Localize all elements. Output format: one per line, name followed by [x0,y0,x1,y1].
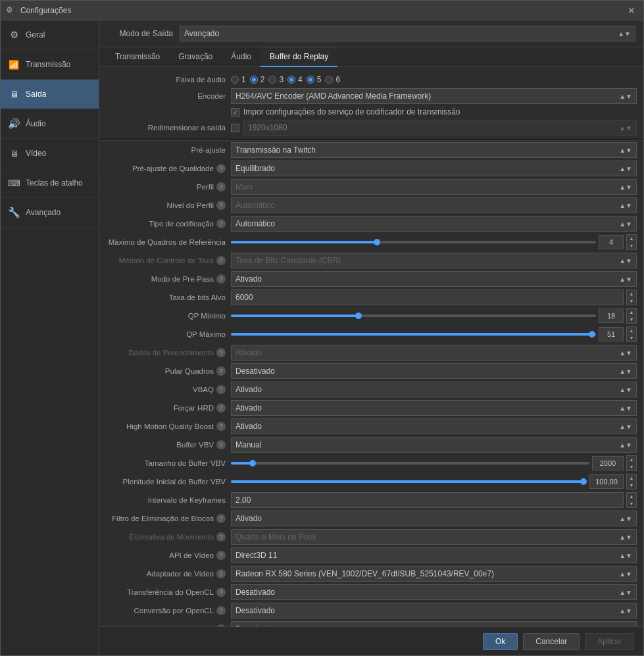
help-icon-forcar-hrd[interactable]: ? [216,403,226,413]
buffer-vbv-value[interactable]: Manual ▲▼ [231,437,637,453]
pular-quadros-value[interactable]: Desativado ▲▼ [231,363,637,379]
tamanho-buffer-vbv-up[interactable]: ▲ [627,456,636,463]
sidebar-item-saida[interactable]: 🖥 Saída [1,80,99,109]
filtro-blocos-value[interactable]: Ativado ▲▼ [231,511,637,526]
pre-ajuste-value[interactable]: Transmissão na Twitch ▲▼ [231,142,637,158]
intervalo-keyframes-down[interactable]: ▼ [627,500,636,507]
max-quadros-label: Máximo de Quadros de Referência [109,238,226,246]
sidebar-item-geral[interactable]: ⚙ Geral [1,20,99,50]
high-motion-value[interactable]: Ativado ▲▼ [231,418,637,434]
help-icon-pular-quadros[interactable]: ? [216,366,226,376]
tamanho-buffer-vbv-thumb[interactable] [249,460,256,467]
intervalo-keyframes-value[interactable]: 2,00 [231,492,624,508]
taxa-bits-value[interactable]: 6000 [231,290,624,305]
max-quadros-thumb[interactable] [374,239,380,245]
dados-preenchimento-value[interactable]: Ativado ▲▼ [231,345,637,361]
qp-minimo-up[interactable]: ▲ [627,309,636,316]
taxa-bits-down[interactable]: ▼ [627,297,636,305]
max-quadros-up[interactable]: ▲ [627,235,636,242]
help-icon-tipo-codificacao[interactable]: ? [216,219,226,228]
plenitude-buffer-thumb[interactable] [580,478,587,485]
qp-maximo-spin[interactable]: ▲ ▼ [626,326,637,342]
sidebar-item-transmissao[interactable]: 📶 Transmissão [1,50,99,80]
help-icon-high-motion[interactable]: ? [216,422,226,431]
sidebar-item-audio[interactable]: 🔊 Áudio [1,109,99,139]
tamanho-buffer-vbv-spin[interactable]: ▲ ▼ [626,455,637,471]
qp-maximo-down[interactable]: ▼ [627,334,636,341]
nivel-perfil-value[interactable]: Automático ▲▼ [231,197,637,213]
qp-maximo-up[interactable]: ▲ [627,327,636,334]
tipo-codificacao-value[interactable]: Automático ▲▼ [231,216,637,232]
taxa-bits-up[interactable]: ▲ [627,290,636,297]
help-icon-perfil[interactable]: ? [216,182,226,191]
adaptador-video-value[interactable]: Radeon RX 580 Series (VEN_1002/DEV_67df/… [231,566,637,582]
help-icon-filtro-blocos[interactable]: ? [216,514,226,523]
intervalo-keyframes-spin[interactable]: ▲ ▼ [626,492,637,508]
help-icon-nivel-perfil[interactable]: ? [216,201,226,210]
cancel-button[interactable]: Cancelar [523,633,580,650]
conversao-opencl-value[interactable]: Desativado ▲▼ [231,603,637,618]
transferencia-opencl-value[interactable]: Desativado ▲▼ [231,584,637,600]
max-quadros-down[interactable]: ▼ [627,242,636,249]
output-mode-select[interactable]: Avançado ▲▼ [180,26,635,41]
intervalo-keyframes-up[interactable]: ▲ [627,493,636,500]
plenitude-buffer-down[interactable]: ▼ [627,482,636,489]
tab-gravacao[interactable]: Gravação [169,47,222,67]
qp-minimo-down[interactable]: ▼ [627,316,636,323]
pre-ajuste-qualidade-value[interactable]: Equilibrado ▲▼ [231,161,637,176]
help-icon-adaptador-video[interactable]: ? [216,569,226,578]
help-icon-estimativa-movimento[interactable]: ? [216,532,226,542]
tamanho-buffer-vbv-down[interactable]: ▼ [627,463,636,470]
plenitude-buffer-track[interactable] [231,480,587,483]
vbaq-value[interactable]: Ativado ▲▼ [231,382,637,397]
tab-audio[interactable]: Áudio [222,47,260,67]
apply-button[interactable]: Aplicar [585,633,634,650]
help-icon-vbaq[interactable]: ? [216,385,226,394]
impor-checkbox[interactable] [231,108,239,116]
encoder-select[interactable]: H264/AVC Encoder (AMD Advanced Media Fra… [231,88,637,104]
help-icon-conversao-opencl[interactable]: ? [216,606,226,615]
encoder-arrow: ▲▼ [619,93,632,100]
sidebar-item-teclas[interactable]: ⌨ Teclas de atalho [1,168,99,198]
forcar-hrd-value[interactable]: Ativado ▲▼ [231,400,637,416]
taxa-bits-spin[interactable]: ▲ ▼ [626,290,637,305]
metodo-controle-value[interactable]: Taxa de Bits Constante (CBR) ▲▼ [231,253,637,268]
sidebar-item-video[interactable]: 🖥 Vídeo [1,139,99,168]
multi-threading-value[interactable]: Desativado ▲▼ [231,621,637,626]
help-icon-buffer-vbv[interactable]: ? [216,440,226,449]
qp-maximo-thumb[interactable] [589,331,595,338]
resize-checkbox[interactable] [231,124,239,132]
sidebar-label-avancado: Avançado [26,208,61,217]
perfil-value[interactable]: Main ▲▼ [231,179,637,195]
radio-faixa-6[interactable] [325,76,333,84]
sidebar-item-avancado[interactable]: 🔧 Avançado [1,198,99,228]
help-icon-transferencia-opencl[interactable]: ? [216,588,226,597]
qp-minimo-thumb[interactable] [355,313,362,319]
help-icon-modo-pre-pass[interactable]: ? [216,274,226,284]
api-video-value[interactable]: Direct3D 11 ▲▼ [231,547,637,563]
help-icon-metodo-controle[interactable]: ? [216,256,226,265]
tab-transmissao[interactable]: Transmissão [106,47,169,67]
radio-faixa-1[interactable] [231,76,239,84]
close-button[interactable]: ✕ [625,4,638,17]
resize-select[interactable]: 1920x1080 ▲▼ [243,120,637,136]
help-icon-pre-ajuste-qualidade[interactable]: ? [216,164,226,173]
qp-maximo-track[interactable] [231,333,596,336]
radio-faixa-3[interactable] [268,76,276,84]
modo-pre-pass-value[interactable]: Ativado ▲▼ [231,271,637,287]
tab-buffer[interactable]: Buffer do Replay [260,47,337,67]
tamanho-buffer-vbv-track[interactable] [231,462,589,465]
plenitude-buffer-up[interactable]: ▲ [627,474,636,482]
qp-minimo-spin[interactable]: ▲ ▼ [626,308,637,324]
help-icon-dados-preenchimento[interactable]: ? [216,348,226,357]
max-quadros-spin[interactable]: ▲ ▼ [626,234,637,250]
plenitude-buffer-spin[interactable]: ▲ ▼ [626,474,637,490]
max-quadros-track[interactable] [231,241,596,243]
help-icon-api-video[interactable]: ? [216,551,226,560]
radio-faixa-2[interactable] [250,76,258,84]
radio-faixa-4[interactable] [287,76,295,84]
estimativa-movimento-value[interactable]: Quarto e Meio de Pixel ▲▼ [231,529,637,545]
radio-faixa-5[interactable] [307,76,314,84]
ok-button[interactable]: Ok [483,633,518,650]
qp-minimo-track[interactable] [231,315,596,317]
